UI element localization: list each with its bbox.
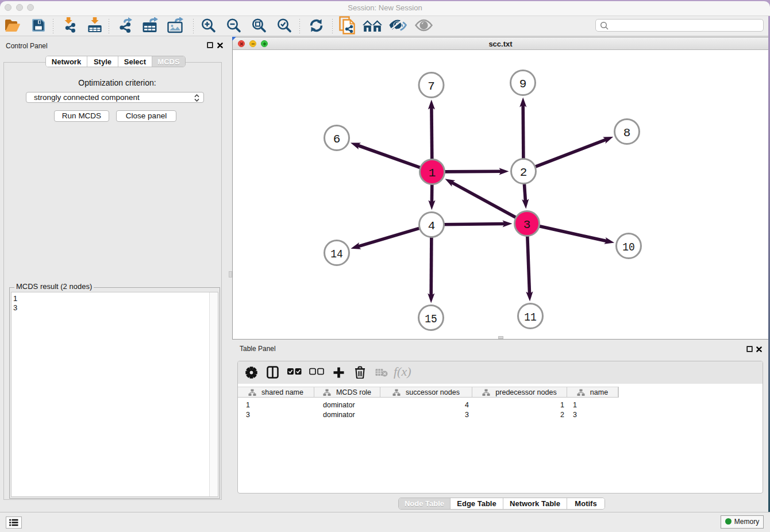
svg-text:15: 15 [425, 313, 437, 326]
svg-text:3: 3 [523, 218, 531, 232]
svg-text:11: 11 [524, 311, 537, 324]
svg-text:2: 2 [520, 166, 528, 179]
svg-text:1: 1 [429, 167, 436, 180]
svg-text:8: 8 [623, 126, 631, 140]
svg-text:6: 6 [333, 133, 341, 146]
svg-text:4: 4 [428, 219, 436, 233]
svg-text:9: 9 [519, 78, 527, 91]
svg-text:10: 10 [622, 241, 635, 254]
svg-text:7: 7 [428, 80, 435, 93]
svg-text:14: 14 [330, 248, 343, 261]
